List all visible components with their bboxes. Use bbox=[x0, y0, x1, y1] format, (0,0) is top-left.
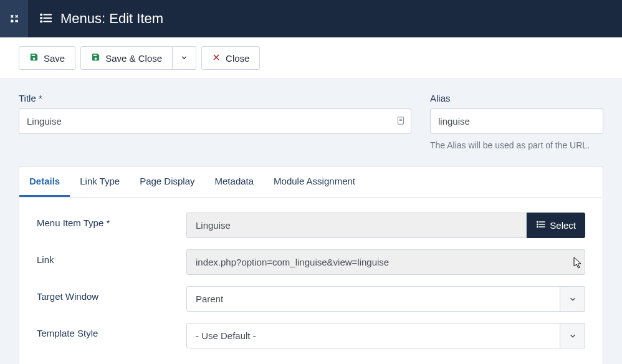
tab-page-display[interactable]: Page Display bbox=[130, 167, 204, 197]
menu-item-type-value: Linguise bbox=[186, 213, 527, 238]
tab-content-details: Menu Item Type * Linguise Select bbox=[19, 198, 603, 364]
list-icon bbox=[536, 219, 546, 231]
select-button-label: Select bbox=[550, 220, 576, 231]
close-button[interactable]: Close bbox=[201, 46, 260, 70]
chevron-down-icon bbox=[180, 53, 188, 64]
alias-help: The Alias will be used as part of the UR… bbox=[430, 140, 603, 150]
target-window-select[interactable]: Parent bbox=[186, 286, 585, 312]
menu-item-type-label: Menu Item Type * bbox=[37, 213, 186, 228]
title-input[interactable] bbox=[19, 108, 411, 134]
save-dropdown-button[interactable] bbox=[173, 46, 196, 70]
alias-input[interactable] bbox=[430, 108, 603, 134]
save-close-group: Save & Close bbox=[80, 46, 196, 70]
tab-link-type[interactable]: Link Type bbox=[70, 167, 130, 197]
template-style-select[interactable]: - Use Default - bbox=[186, 323, 585, 348]
menu-item-type-select-button[interactable]: Select bbox=[527, 213, 585, 238]
link-label: Link bbox=[37, 249, 186, 265]
close-button-label: Close bbox=[226, 53, 249, 64]
svg-point-16 bbox=[537, 226, 538, 227]
svg-point-15 bbox=[537, 224, 538, 224]
list-icon bbox=[39, 11, 53, 27]
header-bar: Menus: Edit Item bbox=[0, 0, 622, 37]
tabs: Details Link Type Page Display Metadata … bbox=[19, 167, 603, 198]
save-button[interactable]: Save bbox=[19, 46, 75, 70]
tab-details[interactable]: Details bbox=[19, 167, 70, 197]
link-value: index.php?option=com_linguise&view=lingu… bbox=[186, 249, 585, 275]
target-window-label: Target Window bbox=[37, 286, 186, 302]
toolbar: Save Save & Close Close bbox=[0, 37, 622, 79]
joomla-logo[interactable] bbox=[0, 0, 28, 37]
svg-point-4 bbox=[41, 17, 42, 18]
tab-metadata[interactable]: Metadata bbox=[205, 167, 264, 197]
title-label: Title * bbox=[19, 93, 411, 103]
tab-module-assignment[interactable]: Module Assignment bbox=[264, 167, 365, 197]
svg-point-14 bbox=[537, 221, 538, 222]
template-style-value: - Use Default - bbox=[186, 323, 585, 348]
target-window-value: Parent bbox=[186, 286, 585, 312]
alias-label: Alias bbox=[430, 93, 603, 103]
form-helper-icon bbox=[396, 115, 405, 127]
save-icon bbox=[91, 52, 100, 64]
save-button-label: Save bbox=[44, 53, 65, 64]
svg-point-3 bbox=[41, 14, 42, 15]
save-icon bbox=[29, 52, 39, 64]
page-title: Menus: Edit Item bbox=[60, 11, 163, 27]
save-close-button-label: Save & Close bbox=[105, 53, 162, 64]
close-icon bbox=[212, 53, 221, 64]
svg-point-5 bbox=[41, 21, 42, 22]
save-close-button[interactable]: Save & Close bbox=[80, 46, 173, 70]
template-style-label: Template Style bbox=[37, 323, 186, 338]
